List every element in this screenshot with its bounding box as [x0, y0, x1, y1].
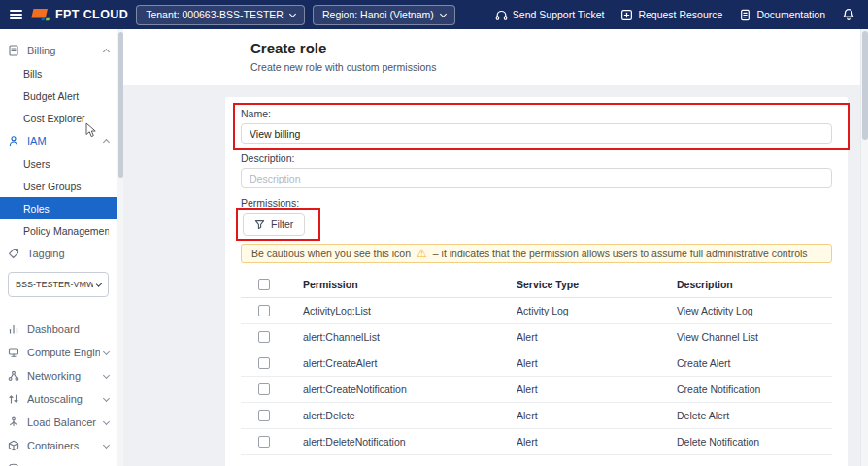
sidebar-item-policy-management[interactable]: Policy Management — [0, 219, 117, 242]
sidebar-item-label: Billing — [27, 45, 100, 56]
sidebar-item-iam[interactable]: IAM — [0, 129, 117, 152]
table-row: ActivityLog:List Activity Log View Activ… — [241, 298, 832, 324]
name-input[interactable] — [241, 123, 832, 144]
sidebar-item-roles[interactable]: Roles — [0, 197, 117, 219]
main-scrollbar-thumb[interactable] — [862, 31, 868, 140]
support-ticket-label: Send Support Ticket — [513, 9, 605, 20]
description-cell: Delete Alert — [677, 410, 832, 421]
main-content: Create role Create new role with custom … — [123, 29, 868, 466]
sidebar-item-label: Cost Explorer — [23, 113, 109, 124]
sidebar-item-tagging[interactable]: Tagging — [0, 242, 117, 265]
sidebar-item-autoscaling[interactable]: Autoscaling — [0, 387, 117, 411]
sidebar-item-label: Tagging — [27, 248, 109, 259]
permission-cell: alert:CreateAlert — [303, 357, 517, 369]
table-row: alert:CreateNotification Alert Create No… — [241, 377, 832, 403]
column-header-permission: Permission — [303, 279, 517, 290]
service-type-cell: Alert — [517, 331, 677, 343]
topbar-left: FPT CLOUD Tenant: 000663-BSS-TESTER Regi… — [0, 5, 455, 25]
warning-banner: Be cautious when you see this icon ⚠ – i… — [241, 244, 832, 263]
document-icon — [739, 9, 751, 21]
topbar: FPT CLOUD Tenant: 000663-BSS-TESTER Regi… — [0, 0, 868, 29]
chevron-up-icon — [103, 48, 110, 54]
service-type-cell: Alert — [517, 410, 677, 421]
sidebar-item-partial[interactable] — [0, 457, 117, 466]
sidebar-item-containers[interactable]: Containers — [0, 434, 117, 457]
sidebar-item-label: User Groups — [23, 181, 109, 192]
row-checkbox[interactable] — [258, 305, 270, 316]
sidebar-item-load-balancer[interactable]: Load Balancer — [0, 411, 117, 434]
sidebar-item-label: Containers — [27, 440, 100, 451]
table-row: alert:DeleteNotification Alert Delete No… — [241, 429, 832, 455]
sidebar-item-label: Roles — [23, 203, 109, 215]
main-scrollbar[interactable] — [860, 29, 868, 466]
notifications-bell-icon[interactable] — [842, 8, 855, 21]
chevron-down-icon — [103, 417, 110, 424]
chevron-down-icon — [103, 394, 110, 401]
sidebar-item-user-groups[interactable]: User Groups — [0, 175, 117, 197]
headset-icon — [495, 9, 508, 21]
documentation-label: Documentation — [756, 9, 825, 20]
sidebar-item-label: Bills — [23, 68, 109, 80]
sidebar-item-bills[interactable]: Bills — [0, 62, 117, 84]
column-header-service-type: Service Type — [517, 279, 677, 290]
sidebar-item-label: Load Balancer — [27, 416, 100, 428]
container-cube-icon — [8, 440, 21, 452]
select-all-checkbox[interactable] — [258, 279, 270, 290]
row-checkbox[interactable] — [258, 410, 270, 421]
chevron-up-icon — [103, 138, 110, 145]
chevron-down-icon — [103, 441, 110, 448]
sidebar-item-label: IAM — [27, 135, 100, 147]
permissions-table: Permission Service Type Description Acti… — [241, 271, 832, 455]
row-checkbox[interactable] — [258, 383, 270, 395]
sidebar-item-networking[interactable]: Networking — [0, 364, 117, 387]
sidebar-item-label: Budget Alert — [23, 90, 109, 102]
sidebar-item-cost-explorer[interactable]: Cost Explorer — [0, 107, 117, 129]
tenant-selector[interactable]: Tenant: 000663-BSS-TESTER — [136, 5, 305, 25]
region-selector[interactable]: Region: Hanoi (Vietnam) — [313, 5, 455, 25]
region-label: Region: Hanoi (Vietnam) — [322, 9, 434, 20]
sidebar-scrollbar-thumb[interactable] — [118, 32, 123, 178]
page-title: Create role — [250, 40, 868, 56]
row-checkbox[interactable] — [258, 357, 270, 369]
permission-cell: alert:CreateNotification — [303, 383, 517, 395]
row-checkbox[interactable] — [258, 436, 270, 448]
fpt-logo-icon[interactable] — [31, 8, 50, 21]
permission-cell: alert:Delete — [303, 410, 517, 421]
row-checkbox[interactable] — [258, 331, 270, 343]
description-cell: View Channel List — [677, 331, 832, 343]
sidebar-item-users[interactable]: Users — [0, 152, 117, 175]
sidebar-item-label: Compute Engine — [27, 347, 100, 358]
topbar-right: Send Support Ticket Request Resource Doc… — [495, 8, 868, 21]
name-label: Name: — [241, 108, 832, 119]
table-row: alert:Delete Alert Delete Alert — [241, 403, 832, 429]
description-cell: Delete Notification — [677, 436, 832, 448]
vpc-selector[interactable]: BSS-TESTER-VMW-VPC-BI... — [8, 272, 109, 297]
database-icon — [8, 463, 21, 466]
description-label: Description: — [241, 152, 832, 164]
sidebar-item-label: Policy Management — [23, 225, 109, 237]
filter-button-label: Filter — [271, 218, 293, 230]
network-icon — [8, 370, 21, 383]
support-ticket-link[interactable]: Send Support Ticket — [495, 9, 605, 21]
sidebar-scrollbar[interactable] — [117, 29, 123, 466]
menu-icon[interactable] — [10, 10, 22, 19]
warning-text-before: Be cautious when you see this icon — [251, 248, 411, 259]
sidebar-item-budget-alert[interactable]: Budget Alert — [0, 84, 117, 107]
filter-button[interactable]: Filter — [243, 213, 305, 236]
documentation-link[interactable]: Documentation — [739, 9, 825, 21]
service-type-cell: Alert — [517, 357, 677, 369]
request-resource-icon — [620, 9, 633, 21]
iam-user-icon — [8, 135, 21, 148]
service-type-cell: Activity Log — [517, 305, 677, 316]
annotation-name-field: Name: — [241, 108, 832, 144]
sidebar-item-compute-engine[interactable]: Compute Engine — [0, 341, 117, 364]
load-balancer-icon — [8, 416, 21, 429]
description-input[interactable] — [241, 168, 832, 188]
warning-icon: ⚠ — [417, 247, 427, 260]
monitor-icon — [8, 347, 21, 359]
description-cell: Create Notification — [677, 383, 832, 395]
annotation-filter-button: Filter — [243, 213, 305, 236]
sidebar-item-billing[interactable]: Billing — [0, 39, 117, 62]
request-resource-link[interactable]: Request Resource — [620, 9, 722, 21]
sidebar-item-dashboard[interactable]: Dashboard — [0, 317, 117, 341]
